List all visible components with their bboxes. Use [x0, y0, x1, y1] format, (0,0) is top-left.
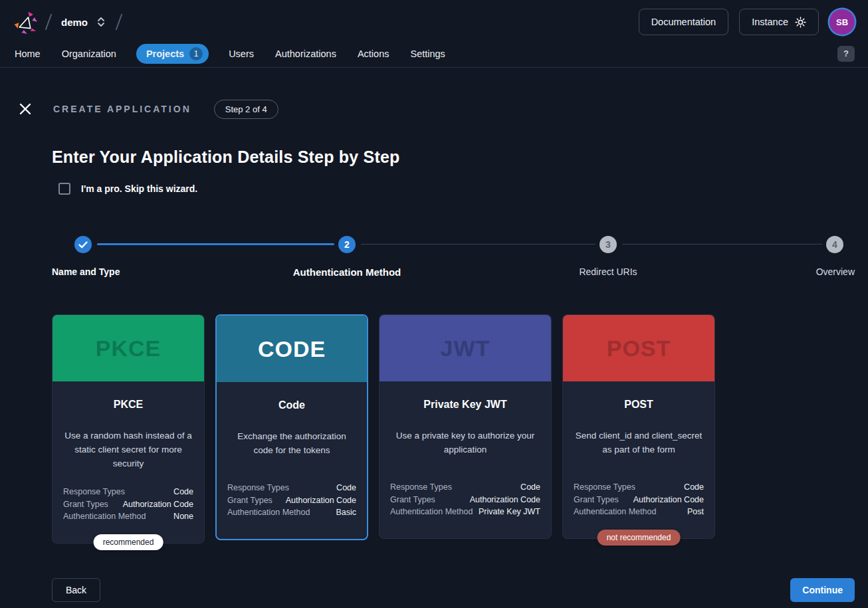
attr-row: Authentication Method Private Key JWT [390, 506, 540, 518]
attr-value: Code [520, 481, 540, 494]
attr-label: Response Types [574, 481, 635, 494]
wizard-stepper: 2 3 4 Name and Type Authentication Metho… [0, 236, 868, 288]
auth-method-card-code[interactable]: CODE Code Exchange the authorization cod… [215, 314, 368, 540]
attr-row: Response Types Code [574, 481, 704, 494]
attr-row: Authentication Method None [63, 510, 193, 523]
card-body: Code Exchange the authorization code for… [217, 382, 367, 539]
user-avatar[interactable]: SB [829, 9, 855, 35]
org-name: demo [61, 17, 88, 28]
nav-item-authorizations[interactable]: Authorizations [274, 45, 338, 62]
attr-value: Code [684, 481, 704, 494]
attr-row: Grant Types Authorization Code [390, 494, 540, 506]
attr-label: Response Types [390, 481, 452, 494]
nav-item-actions[interactable]: Actions [356, 45, 391, 62]
topbar-right: Documentation Instance SB [639, 9, 855, 35]
card-banner: JWT [380, 315, 551, 381]
check-icon [78, 241, 88, 249]
card-description: Exchange the authorization code for the … [227, 430, 356, 458]
attr-label: Response Types [63, 486, 125, 498]
attr-value: Authorization Code [470, 494, 540, 506]
step-label-overview: Overview [816, 266, 855, 277]
attr-label: Response Types [227, 482, 289, 494]
attr-value: Authorization Code [633, 494, 704, 506]
org-switcher[interactable]: demo [57, 12, 110, 32]
card-banner: POST [563, 315, 714, 381]
card-title: Private Key JWT [390, 399, 540, 411]
attr-label: Authentication Method [227, 506, 310, 519]
attr-value: Authorization Code [286, 494, 356, 507]
attr-label: Grant Types [574, 494, 619, 506]
attr-row: Grant Types Authorization Code [574, 494, 704, 506]
attr-label: Grant Types [390, 494, 435, 506]
nav-item-users[interactable]: Users [227, 45, 255, 62]
wizard-header: CREATE APPLICATION Step 2 of 4 [0, 68, 868, 121]
card-attributes: Response Types Code Grant Types Authoriz… [390, 466, 540, 518]
card-banner: CODE [217, 316, 367, 382]
skip-wizard-checkbox[interactable] [58, 183, 70, 195]
auth-method-card-post[interactable]: POST POST Send client_id and client_secr… [562, 314, 715, 539]
step-progress-badge: Step 2 of 4 [214, 100, 278, 119]
card-body: PKCE Use a random hash instead of a stat… [53, 381, 204, 543]
continue-button[interactable]: Continue [790, 578, 855, 602]
attr-row: Grant Types Authorization Code [63, 498, 193, 511]
card-body: Private Key JWT Use a private key to aut… [380, 381, 551, 538]
attr-value: Authorization Code [123, 498, 193, 511]
documentation-label: Documentation [651, 17, 716, 27]
attr-row: Response Types Code [390, 481, 540, 494]
create-application-wizard: CREATE APPLICATION Step 2 of 4 Enter You… [0, 68, 868, 602]
wizard-actions: Back Continue [52, 578, 855, 602]
card-description: Use a private key to authorize your appl… [390, 429, 540, 457]
card-attributes: Response Types Code Grant Types Authoriz… [63, 471, 193, 523]
attr-label: Grant Types [63, 498, 108, 511]
attr-row: Response Types Code [227, 482, 356, 494]
wizard-title: CREATE APPLICATION [53, 104, 191, 114]
step-circle-name-and-type [74, 236, 92, 253]
step-label-redirect-uris: Redirect URIs [542, 266, 675, 277]
attr-value: Post [687, 506, 704, 518]
attr-label: Authentication Method [574, 506, 656, 518]
attr-label: Grant Types [227, 494, 272, 507]
card-title: POST [574, 399, 704, 411]
back-button[interactable]: Back [52, 578, 100, 602]
auth-method-card-pkce[interactable]: PKCE PKCE Use a random hash instead of a… [52, 314, 205, 544]
nav-item-projects[interactable]: Projects 1 [136, 44, 209, 64]
step-label-authentication-method: Authentication Method [247, 266, 447, 278]
attr-label: Authentication Method [63, 510, 146, 523]
step-circle-redirect-uris: 3 [599, 236, 617, 253]
skip-wizard-row: I'm a pro. Skip this wizard. [58, 183, 197, 195]
attr-value: Private Key JWT [479, 506, 540, 518]
zitadel-logo-icon[interactable] [13, 10, 40, 35]
card-attributes: Response Types Code Grant Types Authoriz… [574, 466, 704, 518]
auth-method-card-jwt[interactable]: JWT Private Key JWT Use a private key to… [379, 314, 552, 539]
help-button[interactable]: ? [837, 46, 855, 62]
step-label-name-and-type: Name and Type [52, 266, 120, 277]
stepper-line-upcoming [361, 244, 596, 245]
documentation-button[interactable]: Documentation [639, 9, 729, 35]
nav-item-home[interactable]: Home [13, 45, 42, 62]
instance-button[interactable]: Instance [739, 9, 819, 35]
topbar-left: demo [13, 10, 120, 35]
step-circle-authentication-method: 2 [338, 236, 356, 253]
attr-value: Code [173, 486, 193, 498]
recommended-badge: recommended [94, 534, 163, 550]
close-button[interactable] [13, 97, 37, 121]
attr-row: Authentication Method Basic [227, 506, 356, 519]
close-icon [19, 103, 31, 115]
stepper-line-upcoming [622, 244, 822, 245]
nav-item-organization[interactable]: Organization [60, 45, 118, 62]
attr-row: Authentication Method Post [574, 506, 704, 518]
stepper-line-done [97, 243, 334, 245]
attr-value: None [173, 510, 193, 523]
card-attributes: Response Types Code Grant Types Authoriz… [227, 467, 356, 519]
step-number: 4 [832, 239, 837, 250]
nav-item-projects-label: Projects [146, 49, 184, 59]
attr-value: Basic [336, 506, 356, 519]
card-description: Send client_id and client_secret as part… [574, 429, 704, 457]
breadcrumb-slash [45, 13, 53, 30]
auth-method-cards: PKCE PKCE Use a random hash instead of a… [52, 314, 868, 544]
page-title: Enter Your Application Details Step by S… [52, 148, 868, 167]
projects-count-badge: 1 [189, 47, 203, 60]
card-banner: PKCE [53, 315, 204, 381]
nav-item-settings[interactable]: Settings [409, 45, 446, 62]
attr-value: Code [336, 482, 356, 494]
